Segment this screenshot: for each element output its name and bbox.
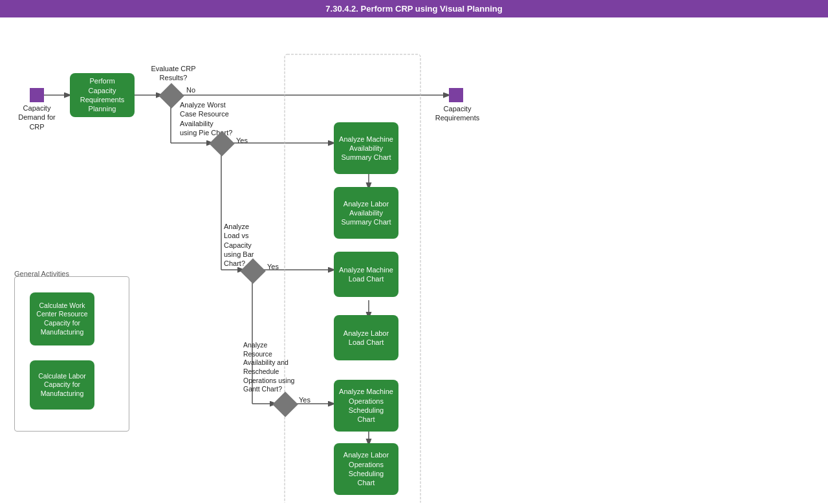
analyze-resource-avail-label: AnalyzeResourceAvailability andReschedul… <box>243 341 301 394</box>
calc-labor-cap-box[interactable]: Calculate LaborCapacity forManufacturing <box>30 360 94 410</box>
analyze-worst-case-label: Analyze WorstCase ResourceAvailabilityus… <box>180 100 241 137</box>
title-text: 7.30.4.2. Perform CRP using Visual Plann… <box>325 4 502 14</box>
analyze-machine-ops-box[interactable]: Analyze MachineOperationsSchedulingChart <box>334 380 398 432</box>
yes1-label: Yes <box>236 136 248 145</box>
analyze-labor-avail-box[interactable]: Analyze LaborAvailabilitySummary Chart <box>334 187 398 239</box>
main-canvas: CapacityDemand forCRP PerformCapacityReq… <box>0 17 828 503</box>
yes3-label: Yes <box>299 395 310 404</box>
diamond-gantt-chart <box>272 391 298 417</box>
capacity-req-node <box>449 88 463 102</box>
evaluate-crp-label: Evaluate CRPResults? <box>147 64 199 83</box>
title-bar: 7.30.4.2. Perform CRP using Visual Plann… <box>0 0 828 17</box>
analyze-labor-ops-box[interactable]: Analyze LaborOperationsSchedulingChart <box>334 443 398 495</box>
calc-work-center-box[interactable]: Calculate WorkCenter ResourceCapacity fo… <box>30 292 94 345</box>
analyze-labor-load-box[interactable]: Analyze LaborLoad Chart <box>334 315 398 360</box>
analyze-machine-avail-box[interactable]: Analyze MachineAvailabilitySummary Chart <box>334 122 398 174</box>
capacity-req-label: CapacityRequirements <box>435 104 480 123</box>
perform-crp-box[interactable]: PerformCapacityRequirementsPlanning <box>70 73 135 117</box>
analyze-machine-load-box[interactable]: Analyze MachineLoad Chart <box>334 252 398 297</box>
capacity-demand-node <box>30 88 44 102</box>
capacity-demand-label: CapacityDemand forCRP <box>14 104 60 131</box>
no-label: No <box>186 85 195 94</box>
yes2-label: Yes <box>267 262 279 271</box>
